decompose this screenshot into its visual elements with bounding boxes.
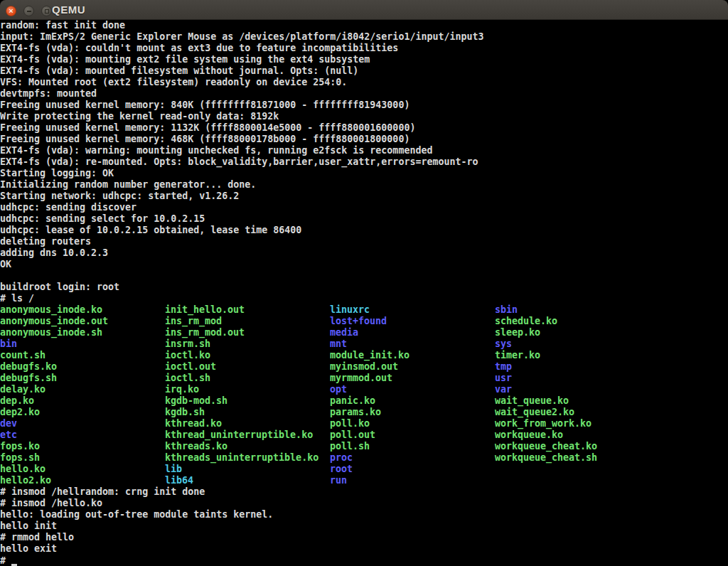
- file-entry: workqueue.ko: [495, 429, 660, 441]
- file-entry: lib64: [165, 475, 330, 486]
- terminal-line: VFS: Mounted root (ext2 filesystem) read…: [0, 77, 728, 88]
- maximize-button[interactable]: [41, 6, 52, 16]
- terminal-line: hello init: [0, 520, 728, 532]
- terminal-screen[interactable]: random: fast init doneinput: ImExPS/2 Ge…: [0, 20, 728, 566]
- ls-row: anonymous_inode.outins_rm_modlost+founds…: [0, 316, 728, 327]
- terminal-line: EXT4-fs (vda): mounting ext2 file system…: [0, 54, 728, 65]
- file-entry: proc: [330, 452, 495, 464]
- terminal-line: udhcpc: sending select for 10.0.2.15: [0, 213, 728, 225]
- file-entry: linuxrc: [330, 304, 495, 316]
- ls-row: dep.kokgdb-mod.shpanic.kowait_queue.ko: [0, 395, 728, 407]
- terminal-line: EXT4-fs (vda): couldn't mount as ext3 du…: [0, 43, 728, 54]
- terminal-line: deleting routers: [0, 236, 728, 247]
- close-button[interactable]: ×: [6, 6, 16, 16]
- terminal-line: EXT4-fs (vda): re-mounted. Opts: block_v…: [0, 156, 728, 168]
- minimize-icon: [27, 11, 31, 12]
- ls-row: fops.shkthreads_uninterruptible.koprocwo…: [0, 452, 728, 464]
- file-entry: wait_queue.ko: [495, 395, 660, 407]
- file-entry: count.sh: [0, 350, 165, 361]
- terminal-line: Starting logging: OK: [0, 168, 728, 179]
- ls-row: debugfs.shioctl.shmyrmmod.outusr: [0, 373, 728, 384]
- file-entry: fops.sh: [0, 452, 165, 464]
- prompt-line: #: [0, 555, 728, 566]
- file-entry: hello2.ko: [0, 475, 165, 486]
- terminal-line: devtmpfs: mounted: [0, 88, 728, 100]
- terminal-line: Freeing unused kernel memory: 468K (ffff…: [0, 134, 728, 145]
- terminal-line: EXT4-fs (vda): mounted filesystem withou…: [0, 65, 728, 77]
- file-entry: kthread_uninterruptible.ko: [165, 429, 330, 441]
- file-entry: anonymous_inode.sh: [0, 327, 165, 338]
- file-entry: lib: [165, 464, 330, 475]
- file-entry: hello.ko: [0, 464, 165, 475]
- file-entry: work_from_work.ko: [495, 418, 660, 429]
- file-entry: sleep.ko: [495, 327, 660, 338]
- ls-row: count.shioctl.komodule_init.kotimer.ko: [0, 350, 728, 361]
- file-entry: root: [330, 464, 495, 475]
- maximize-icon: [45, 9, 49, 14]
- file-entry: myinsmod.out: [330, 361, 495, 373]
- file-entry: kthreads_uninterruptible.ko: [165, 452, 330, 464]
- terminal-line: buildroot login: root: [0, 282, 728, 293]
- window-titlebar: × QEMU: [0, 0, 728, 20]
- terminal-line: Write protecting the kernel read-only da…: [0, 111, 728, 122]
- ls-row: anonymous_inode.shins_rm_mod.outmediasle…: [0, 327, 728, 338]
- ls-row: hello.kolibroot: [0, 464, 728, 475]
- terminal-line: # ls /: [0, 293, 728, 304]
- ls-row: devkthread.kopoll.kowork_from_work.ko: [0, 418, 728, 429]
- file-entry: anonymous_inode.out: [0, 316, 165, 327]
- file-entry: kthread.ko: [165, 418, 330, 429]
- file-entry: ioctl.sh: [165, 373, 330, 384]
- file-entry: myrmmod.out: [330, 373, 495, 384]
- terminal-line: Initializing random number generator... …: [0, 179, 728, 191]
- file-entry: debugfs.sh: [0, 373, 165, 384]
- file-entry: media: [330, 327, 495, 338]
- file-entry: ioctl.ko: [165, 350, 330, 361]
- ls-row: fops.kokthreads.kopoll.shworkqueue_cheat…: [0, 441, 728, 452]
- file-entry: usr: [495, 373, 660, 384]
- file-entry: debugfs.ko: [0, 361, 165, 373]
- file-entry: run: [330, 475, 495, 486]
- file-entry: opt: [330, 384, 495, 395]
- terminal-line: random: fast init done: [0, 20, 728, 31]
- file-entry: params.ko: [330, 407, 495, 418]
- terminal-line: udhcpc: lease of 10.0.2.15 obtained, lea…: [0, 225, 728, 236]
- file-entry: kgdb.sh: [165, 407, 330, 418]
- file-entry: anonymous_inode.ko: [0, 304, 165, 316]
- terminal-line: # rmmod hello: [0, 532, 728, 543]
- file-entry: kgdb-mod.sh: [165, 395, 330, 407]
- file-entry: mnt: [330, 338, 495, 350]
- file-entry: poll.sh: [330, 441, 495, 452]
- terminal-line: Freeing unused kernel memory: 1132K (fff…: [0, 122, 728, 134]
- terminal-line: # insmod /hello.ko: [0, 498, 728, 509]
- terminal-line: udhcpc: sending discover: [0, 202, 728, 213]
- terminal-line: Starting network: udhcpc: started, v1.26…: [0, 191, 728, 202]
- terminal-line: Freeing unused kernel memory: 840K (ffff…: [0, 100, 728, 111]
- ls-row: bininsrm.shmntsys: [0, 338, 728, 350]
- terminal-line: # insmod /hellrandom: crng init done: [0, 486, 728, 498]
- file-entry: lost+found: [330, 316, 495, 327]
- file-entry: sys: [495, 338, 660, 350]
- file-entry: bin: [0, 338, 165, 350]
- file-entry: insrm.sh: [165, 338, 330, 350]
- text-cursor: [11, 555, 17, 566]
- ls-row: hello2.kolib64run: [0, 475, 728, 486]
- terminal-line: hello: loading out-of-tree module taints…: [0, 509, 728, 520]
- file-entry: ins_rm_mod: [165, 316, 330, 327]
- window-title: QEMU: [52, 4, 85, 16]
- minimize-button[interactable]: [23, 6, 34, 16]
- ls-row: delay.koirq.kooptvar: [0, 384, 728, 395]
- ls-row: anonymous_inode.koinit_hello.outlinuxrcs…: [0, 304, 728, 316]
- close-icon: ×: [9, 7, 13, 15]
- file-entry: panic.ko: [330, 395, 495, 407]
- terminal-line: OK: [0, 259, 728, 270]
- file-entry: sbin: [495, 304, 660, 316]
- file-entry: workqueue_cheat.sh: [495, 452, 660, 464]
- file-entry: workqueue_cheat.ko: [495, 441, 660, 452]
- file-entry: delay.ko: [0, 384, 165, 395]
- terminal-line: adding dns 10.0.2.3: [0, 247, 728, 259]
- file-entry: kthreads.ko: [165, 441, 330, 452]
- ls-row: etckthread_uninterruptible.kopoll.outwor…: [0, 429, 728, 441]
- file-entry: timer.ko: [495, 350, 660, 361]
- file-entry: var: [495, 384, 660, 395]
- file-entry: fops.ko: [0, 441, 165, 452]
